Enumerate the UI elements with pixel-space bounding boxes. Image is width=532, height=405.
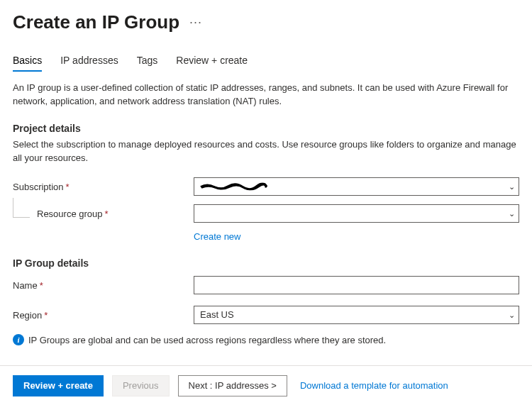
project-details-description: Select the subscription to manage deploy… bbox=[13, 138, 519, 165]
tab-review-create[interactable]: Review + create bbox=[176, 55, 248, 72]
review-create-button[interactable]: Review + create bbox=[13, 375, 104, 396]
required-icon: * bbox=[66, 182, 70, 192]
project-details-heading: Project details bbox=[13, 123, 519, 134]
info-text: IP Groups are global and can be used acr… bbox=[28, 335, 386, 345]
resource-group-label: Resource group* bbox=[13, 209, 194, 219]
required-icon: * bbox=[44, 310, 48, 321]
region-row: Region* East US ⌄ bbox=[13, 306, 519, 324]
subscription-select[interactable] bbox=[194, 177, 519, 196]
ip-group-details-heading: IP Group details bbox=[13, 257, 519, 269]
tab-ip-addresses[interactable]: IP addresses bbox=[60, 55, 118, 72]
download-template-link[interactable]: Download a template for automation bbox=[300, 380, 448, 391]
region-select[interactable]: East US bbox=[194, 306, 519, 324]
footer-bar: Review + create Previous Next : IP addre… bbox=[0, 365, 532, 405]
create-new-link[interactable]: Create new bbox=[194, 231, 240, 242]
page-header: Create an IP Group ··· bbox=[13, 11, 519, 33]
info-icon: i bbox=[13, 334, 24, 345]
intro-description: An IP group is a user-defined collection… bbox=[13, 82, 519, 109]
name-row: Name* bbox=[13, 276, 519, 294]
next-button[interactable]: Next : IP addresses > bbox=[178, 375, 287, 396]
subscription-row: Subscription* ⌄ bbox=[13, 177, 519, 196]
previous-button: Previous bbox=[112, 375, 170, 396]
required-icon: * bbox=[40, 280, 43, 291]
tabs: Basics IP addresses Tags Review + create bbox=[13, 55, 519, 72]
name-label: Name* bbox=[13, 280, 194, 291]
tab-tags[interactable]: Tags bbox=[137, 55, 158, 72]
redacted-subscription-value bbox=[200, 183, 267, 191]
info-row: i IP Groups are global and can be used a… bbox=[13, 334, 519, 345]
hierarchy-connector-icon bbox=[13, 198, 30, 218]
resource-group-row: Resource group* ⌄ bbox=[13, 204, 519, 223]
resource-group-select[interactable] bbox=[194, 204, 519, 223]
more-options-icon[interactable]: ··· bbox=[189, 15, 202, 30]
create-new-row: Create new bbox=[13, 231, 519, 242]
region-label: Region* bbox=[13, 310, 194, 321]
required-icon: * bbox=[105, 209, 109, 219]
subscription-label: Subscription* bbox=[13, 182, 194, 192]
name-input[interactable] bbox=[194, 276, 519, 294]
tab-basics[interactable]: Basics bbox=[13, 55, 42, 72]
page-title: Create an IP Group bbox=[13, 11, 179, 33]
